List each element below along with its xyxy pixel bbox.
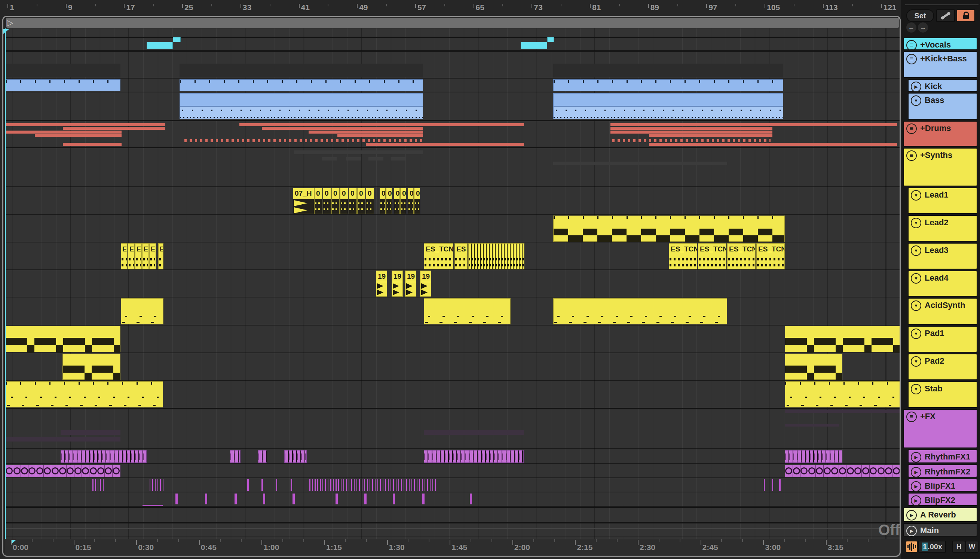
set-button[interactable]: Set — [906, 9, 934, 22]
clip-l1z[interactable]: 0 — [379, 188, 386, 214]
clip-ghost2[interactable] — [294, 150, 423, 154]
clip-l1z[interactable]: 0 — [394, 188, 400, 214]
clip-l1z[interactable]: 0 — [386, 188, 392, 214]
clip-mark[interactable] — [175, 493, 178, 504]
clip-pline[interactable] — [142, 505, 163, 506]
track-BlipFX1[interactable]: ▶BlipFX1 — [908, 478, 977, 492]
clip-tick1[interactable] — [772, 479, 773, 491]
clip-l1z[interactable]: 0 — [314, 188, 322, 214]
clip-kick[interactable] — [5, 79, 120, 91]
clip-wes[interactable]: ES_TCN — [698, 243, 726, 270]
clip-l1z[interactable]: 0 — [349, 188, 357, 214]
track-Pad2[interactable]: ▼Pad2 — [908, 354, 977, 380]
track-Drums[interactable]: ≡+Drums — [903, 121, 977, 147]
down-icon[interactable]: ▼ — [911, 190, 921, 200]
clip-w19[interactable]: 19 — [392, 271, 403, 297]
clip-ticks[interactable] — [309, 479, 438, 491]
clip-ticks[interactable] — [150, 479, 164, 491]
clip-we[interactable]: E — [128, 243, 135, 270]
clip-red[interactable] — [309, 131, 423, 134]
clip-reddash[interactable] — [612, 139, 770, 142]
clip-mark[interactable] — [263, 493, 265, 504]
clip-red[interactable] — [5, 131, 122, 134]
track-KickBass[interactable]: ≡+Kick+Bass — [903, 51, 977, 78]
clip-mark[interactable] — [470, 493, 472, 504]
clip-oclip[interactable] — [785, 465, 901, 477]
clip-ghostp[interactable] — [785, 410, 901, 413]
clip-pstripe[interactable] — [785, 450, 842, 463]
track-Lead3[interactable]: ▼Lead3 — [908, 243, 977, 270]
clip-w19[interactable]: 19 — [376, 271, 387, 297]
clip-red[interactable] — [649, 143, 897, 146]
clip-mark[interactable] — [364, 493, 366, 504]
clip-red[interactable] — [262, 127, 423, 130]
clip-red[interactable] — [35, 134, 122, 137]
clip-red[interactable] — [239, 123, 524, 126]
clip-ticks[interactable] — [92, 479, 104, 491]
clip-acid[interactable] — [424, 298, 511, 324]
clip-tick1[interactable] — [764, 479, 765, 491]
clip-ck2[interactable] — [553, 215, 785, 242]
clip-tick1[interactable] — [247, 479, 249, 491]
clip-pstripe[interactable] — [258, 450, 267, 463]
clip-red[interactable] — [610, 123, 897, 126]
clip-ghostp[interactable] — [5, 437, 120, 442]
group-icon[interactable]: ≡ — [906, 54, 917, 64]
clip-mark[interactable] — [234, 493, 237, 504]
back-button[interactable]: ← — [906, 22, 916, 33]
clip-ghostp[interactable] — [424, 430, 524, 435]
bar-ruler[interactable]: 191725334149576573818997105113121 — [0, 0, 901, 14]
clip-ghost[interactable] — [5, 64, 120, 78]
clip-wstripe[interactable] — [468, 243, 525, 270]
clip-oclip[interactable] — [5, 465, 120, 477]
track-AcidSynth[interactable]: ▼AcidSynth — [908, 298, 977, 325]
clip-mark[interactable] — [205, 493, 207, 504]
play-icon[interactable]: ▶ — [911, 467, 921, 478]
clip-wes[interactable]: ES_TCN — [727, 243, 756, 270]
track-Lead1[interactable]: ▼Lead1 — [908, 187, 977, 214]
clip-wes[interactable]: ES_TCN — [424, 243, 453, 270]
clip-padck[interactable] — [785, 354, 842, 380]
clip-l1z[interactable]: 0 — [357, 188, 365, 214]
clip-mark[interactable] — [393, 493, 395, 504]
track-FX[interactable]: ≡+FX — [903, 409, 977, 448]
clip-l1a[interactable]: 07_H — [293, 188, 314, 214]
clip-red[interactable] — [610, 131, 772, 134]
lock-button[interactable] — [957, 9, 975, 22]
down-icon[interactable]: ▼ — [911, 356, 921, 367]
clip-mark[interactable] — [422, 493, 424, 504]
clip-red[interactable] — [337, 134, 423, 137]
clip-red[interactable] — [649, 134, 772, 137]
clip-red[interactable] — [63, 143, 122, 146]
clip-tick1[interactable] — [779, 479, 780, 491]
clip-we[interactable]: E — [121, 243, 127, 270]
down-icon[interactable]: ▼ — [911, 218, 921, 228]
clip-we[interactable]: E — [158, 243, 163, 270]
track-RhythmFX2[interactable]: ▶RhythmFX2 — [908, 464, 977, 478]
height-zoom-button[interactable]: H — [952, 541, 965, 552]
clip-ghost[interactable] — [553, 64, 783, 78]
clip-ghostp[interactable] — [785, 424, 839, 427]
track-Synths[interactable]: ≡+Synths — [903, 148, 977, 186]
down-icon[interactable]: ▼ — [911, 245, 921, 256]
clip-cyan[interactable] — [547, 37, 554, 42]
clip-reddash[interactable] — [185, 139, 423, 142]
clip-mark[interactable] — [292, 493, 295, 504]
horizontal-scrollbar[interactable]: ▷ — [6, 18, 899, 28]
clip-tick1[interactable] — [276, 479, 277, 491]
clip-tick1[interactable] — [261, 479, 263, 491]
clip-padck[interactable] — [63, 354, 120, 380]
clip-padck[interactable] — [5, 326, 120, 352]
track-Kick[interactable]: ▶Kick — [908, 79, 977, 92]
clip-l1z[interactable]: 0 — [366, 188, 374, 214]
clip-l1z[interactable]: 0 — [414, 188, 420, 214]
playback-speed-field[interactable]: 1.00x — [918, 541, 946, 552]
clip-tick1[interactable] — [290, 479, 292, 491]
clip-bass[interactable] — [180, 93, 423, 119]
down-icon[interactable]: ▼ — [911, 96, 921, 106]
clip-acid[interactable] — [553, 298, 727, 324]
track-RhythmFX1[interactable]: ▶RhythmFX1 — [908, 449, 977, 463]
clip-ghost2[interactable] — [346, 157, 361, 160]
time-ruler[interactable]: 0:000:150:300:451:001:151:301:452:002:15… — [5, 539, 901, 555]
audio-engine-button[interactable] — [906, 541, 917, 552]
